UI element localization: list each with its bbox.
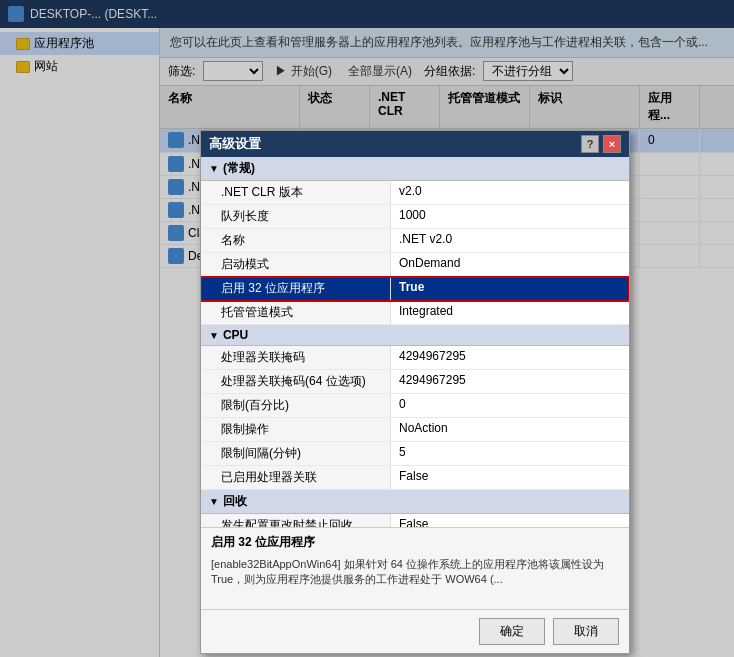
section-cpu-label: CPU	[223, 328, 248, 342]
prop-value-limit-action: NoAction	[391, 418, 629, 441]
prop-value-processor-affinity-enabled: False	[391, 466, 629, 489]
modal-controls: ? ×	[581, 135, 621, 153]
prop-name-limit-interval: 限制间隔(分钟)	[201, 442, 391, 465]
collapse-arrow-cpu: ▼	[209, 330, 219, 341]
prop-value-disable-on-config-change: False	[391, 514, 629, 527]
prop-row-queue-length[interactable]: 队列长度 1000	[201, 205, 629, 229]
prop-row-limit-interval[interactable]: 限制间隔(分钟) 5	[201, 442, 629, 466]
collapse-arrow-recycle: ▼	[209, 496, 219, 507]
prop-name-disable-on-config-change: 发生配置更改时禁止回收	[201, 514, 391, 527]
modal-footer: 确定 取消	[201, 609, 629, 653]
prop-name-limit-action: 限制操作	[201, 418, 391, 441]
collapse-arrow-general: ▼	[209, 163, 219, 174]
prop-row-affinity-mask[interactable]: 处理器关联掩码 4294967295	[201, 346, 629, 370]
prop-name-enable32bit: 启用 32 位应用程序	[201, 277, 391, 300]
cancel-button[interactable]: 取消	[553, 618, 619, 645]
prop-value-clr-version: v2.0	[391, 181, 629, 204]
prop-value-pipeline-mode: Integrated	[391, 301, 629, 324]
prop-value-name: .NET v2.0	[391, 229, 629, 252]
prop-name-start-mode: 启动模式	[201, 253, 391, 276]
prop-row-disable-on-config-change[interactable]: 发生配置更改时禁止回收 False	[201, 514, 629, 527]
prop-name-name: 名称	[201, 229, 391, 252]
prop-name-affinity-mask: 处理器关联掩码	[201, 346, 391, 369]
prop-value-affinity-mask: 4294967295	[391, 346, 629, 369]
desc-text: [enable32BitAppOnWin64] 如果针对 64 位操作系统上的应…	[201, 554, 629, 609]
modal-title-bar: 高级设置 ? ×	[201, 131, 629, 157]
prop-value-queue-length: 1000	[391, 205, 629, 228]
close-button[interactable]: ×	[603, 135, 621, 153]
section-recycle[interactable]: ▼ 回收	[201, 490, 629, 514]
prop-row-limit-action[interactable]: 限制操作 NoAction	[201, 418, 629, 442]
prop-row-start-mode[interactable]: 启动模式 OnDemand	[201, 253, 629, 277]
section-cpu[interactable]: ▼ CPU	[201, 325, 629, 346]
prop-value-affinity-mask64: 4294967295	[391, 370, 629, 393]
prop-name-pipeline-mode: 托管管道模式	[201, 301, 391, 324]
section-general[interactable]: ▼ (常规)	[201, 157, 629, 181]
prop-row-name[interactable]: 名称 .NET v2.0	[201, 229, 629, 253]
section-recycle-label: 回收	[223, 493, 247, 510]
prop-name-processor-affinity-enabled: 已启用处理器关联	[201, 466, 391, 489]
help-button[interactable]: ?	[581, 135, 599, 153]
prop-row-processor-affinity-enabled[interactable]: 已启用处理器关联 False	[201, 466, 629, 490]
prop-row-clr-version[interactable]: .NET CLR 版本 v2.0	[201, 181, 629, 205]
property-grid: ▼ (常规) .NET CLR 版本 v2.0 队列长度 1000 名称 .NE…	[201, 157, 629, 527]
prop-row-cpu-limit[interactable]: 限制(百分比) 0	[201, 394, 629, 418]
prop-row-pipeline-mode[interactable]: 托管管道模式 Integrated	[201, 301, 629, 325]
prop-value-cpu-limit: 0	[391, 394, 629, 417]
prop-value-start-mode: OnDemand	[391, 253, 629, 276]
prop-name-cpu-limit: 限制(百分比)	[201, 394, 391, 417]
section-general-label: (常规)	[223, 160, 255, 177]
prop-value-limit-interval: 5	[391, 442, 629, 465]
ok-button[interactable]: 确定	[479, 618, 545, 645]
modal-title: 高级设置	[209, 135, 261, 153]
prop-value-enable32bit: True	[391, 277, 629, 300]
prop-name-affinity-mask64: 处理器关联掩码(64 位选项)	[201, 370, 391, 393]
prop-name-queue-length: 队列长度	[201, 205, 391, 228]
prop-row-affinity-mask64[interactable]: 处理器关联掩码(64 位选项) 4294967295	[201, 370, 629, 394]
prop-name-clr-version: .NET CLR 版本	[201, 181, 391, 204]
prop-row-enable32bit[interactable]: 启用 32 位应用程序 True	[201, 277, 629, 301]
desc-title: 启用 32 位应用程序	[201, 527, 629, 554]
advanced-settings-dialog: 高级设置 ? × ▼ (常规) .NET CLR 版本 v2.0 队列长度 10…	[200, 130, 630, 654]
